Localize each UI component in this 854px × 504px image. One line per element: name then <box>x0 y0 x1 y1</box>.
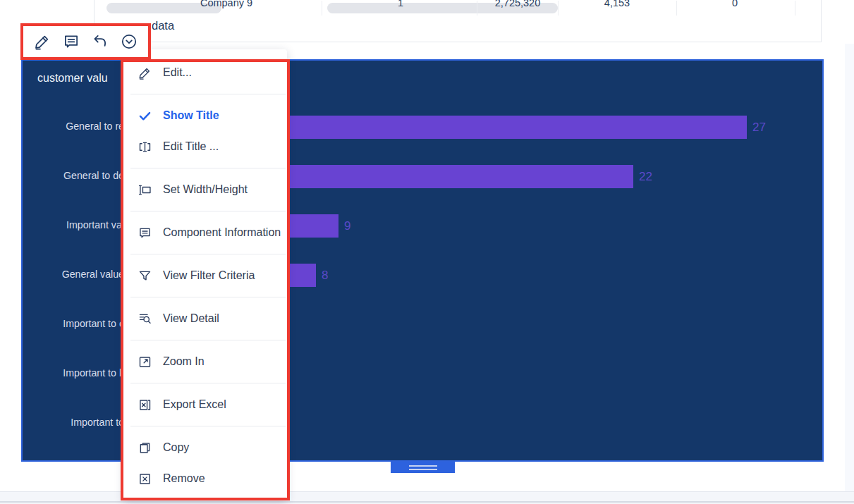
table-cell: 1 <box>398 0 403 8</box>
menu-item-label: Component Information <box>163 226 281 239</box>
menu-item-copy[interactable]: Copy <box>123 432 287 463</box>
menu-item-view-filter-criteria[interactable]: View Filter Criteria <box>123 260 287 291</box>
menu-divider <box>130 168 286 168</box>
bar-value-label: 8 <box>322 264 328 287</box>
bar-value-label: 22 <box>639 165 652 188</box>
category-label: General value <box>23 269 124 280</box>
menu-item-show-title[interactable]: Show Title <box>123 100 287 131</box>
menu-item-export-excel[interactable]: Export Excel <box>123 389 287 420</box>
table-cell: 0 <box>732 0 738 8</box>
toolbar-pencil-button[interactable] <box>32 32 52 51</box>
menu-item-edit-title[interactable]: Edit Title ... <box>123 131 287 162</box>
comment-icon <box>137 225 152 240</box>
component-title-fragment: data <box>152 19 174 32</box>
menu-divider <box>130 340 286 340</box>
excel-icon <box>137 397 152 412</box>
menu-divider <box>130 254 286 254</box>
menu-divider <box>130 383 286 383</box>
category-label: Important val <box>23 219 124 231</box>
dashboard-page: { "colors": { "panel_navy": "#143769", "… <box>0 0 854 504</box>
column-divider <box>558 1 559 16</box>
menu-item-label: Set Width/Height <box>163 183 248 196</box>
category-label: General to re <box>23 121 124 132</box>
column-divider <box>322 1 322 16</box>
menu-divider <box>130 94 286 94</box>
menu-divider <box>130 426 286 426</box>
column-divider <box>477 1 477 16</box>
table-cell: Company 9 <box>200 0 252 8</box>
check-icon <box>137 108 152 123</box>
category-label: Important to k <box>23 367 124 379</box>
menu-item-set-width-height[interactable]: Set Width/Height <box>123 174 287 205</box>
divider <box>0 501 854 503</box>
page-scrollbar-track[interactable] <box>845 44 854 491</box>
column-divider <box>795 1 795 16</box>
menu-item-zoom-in[interactable]: Zoom In <box>123 346 287 377</box>
menu-item-remove[interactable]: Remove <box>123 463 287 494</box>
bar-value-label: 9 <box>344 214 350 238</box>
zoom-in-icon <box>137 354 152 369</box>
list-search-icon <box>137 311 152 326</box>
table-cell: 4,153 <box>604 0 630 8</box>
context-menu: Edit... Show Title Edit Title ... Set Wi… <box>123 49 287 500</box>
menu-divider <box>130 297 286 297</box>
funnel-icon <box>137 268 152 283</box>
menu-item-component-information[interactable]: Component Information <box>123 217 287 248</box>
menu-item-label: Remove <box>163 472 205 485</box>
remove-icon <box>137 471 152 486</box>
menu-item-label: Edit Title ... <box>163 140 219 153</box>
resize-icon <box>137 182 152 197</box>
menu-item-label: Zoom In <box>163 355 205 368</box>
category-label: Important to c <box>23 318 124 329</box>
menu-item-view-detail[interactable]: View Detail <box>123 303 287 334</box>
menu-item-label: Edit... <box>163 66 192 79</box>
bar-value-label: 27 <box>752 116 766 139</box>
menu-item-label: Show Title <box>163 109 219 122</box>
resize-drag-handle[interactable] <box>391 462 455 473</box>
column-divider <box>676 1 677 16</box>
menu-item-label: Export Excel <box>163 398 226 411</box>
menu-item-edit[interactable]: Edit... <box>123 57 287 88</box>
table-component: Company 912,725,3204,1530 <box>94 0 822 42</box>
menu-divider <box>130 211 286 211</box>
chart-title: customer valu <box>37 72 108 85</box>
pencil-icon <box>137 65 152 80</box>
menu-item-label: View Filter Criteria <box>163 269 255 282</box>
menu-item-label: View Detail <box>163 312 219 325</box>
category-label: Important to <box>23 417 124 428</box>
category-label: General to de <box>23 170 124 181</box>
toolbar-comment-button[interactable] <box>61 32 81 51</box>
menu-item-label: Copy <box>163 441 189 454</box>
copy-icon <box>137 440 152 455</box>
table-cell: 2,725,320 <box>495 0 541 8</box>
title-width-icon <box>137 139 152 154</box>
